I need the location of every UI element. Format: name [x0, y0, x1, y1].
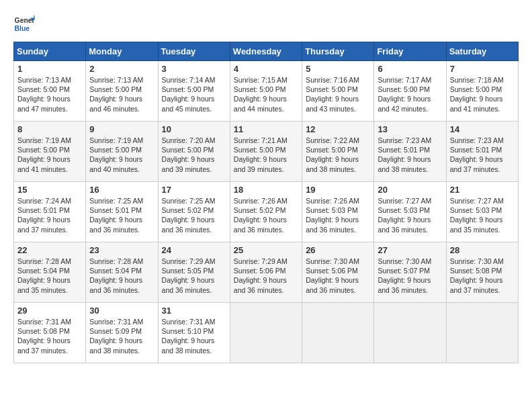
calendar-cell — [230, 303, 302, 363]
day-info: Sunrise: 7:31 AMSunset: 5:10 PMDaylight:… — [162, 317, 226, 355]
calendar-cell: 6Sunrise: 7:17 AMSunset: 5:00 PMDaylight… — [374, 61, 446, 122]
calendar-cell: 7Sunrise: 7:18 AMSunset: 5:00 PMDaylight… — [446, 61, 518, 122]
day-info: Sunrise: 7:30 AMSunset: 5:06 PMDaylight:… — [306, 257, 370, 295]
day-info: Sunrise: 7:15 AMSunset: 5:00 PMDaylight:… — [234, 75, 298, 113]
calendar-week-3: 15Sunrise: 7:24 AMSunset: 5:01 PMDayligh… — [14, 182, 519, 242]
day-info: Sunrise: 7:13 AMSunset: 5:00 PMDaylight:… — [17, 75, 82, 113]
calendar-cell: 12Sunrise: 7:22 AMSunset: 5:00 PMDayligh… — [302, 122, 374, 182]
day-info: Sunrise: 7:27 AMSunset: 5:03 PMDaylight:… — [450, 196, 515, 234]
calendar-cell: 11Sunrise: 7:21 AMSunset: 5:00 PMDayligh… — [230, 122, 302, 182]
day-number: 28 — [450, 245, 515, 255]
day-number: 5 — [306, 64, 370, 74]
calendar-cell: 26Sunrise: 7:30 AMSunset: 5:06 PMDayligh… — [302, 242, 374, 303]
calendar-cell: 13Sunrise: 7:23 AMSunset: 5:01 PMDayligh… — [374, 122, 446, 182]
calendar-cell — [302, 303, 374, 363]
calendar-cell: 5Sunrise: 7:16 AMSunset: 5:00 PMDaylight… — [302, 61, 374, 122]
calendar-cell: 23Sunrise: 7:28 AMSunset: 5:04 PMDayligh… — [86, 242, 158, 303]
day-info: Sunrise: 7:31 AMSunset: 5:09 PMDaylight:… — [89, 317, 154, 355]
day-number: 1 — [17, 64, 82, 74]
day-info: Sunrise: 7:30 AMSunset: 5:08 PMDaylight:… — [450, 257, 515, 295]
calendar-cell: 19Sunrise: 7:26 AMSunset: 5:03 PMDayligh… — [302, 182, 374, 242]
day-info: Sunrise: 7:17 AMSunset: 5:00 PMDaylight:… — [378, 75, 442, 113]
day-number: 31 — [162, 306, 226, 316]
day-info: Sunrise: 7:29 AMSunset: 5:06 PMDaylight:… — [234, 257, 298, 295]
day-number: 4 — [234, 64, 298, 74]
day-number: 24 — [162, 245, 226, 255]
header-saturday: Saturday — [446, 42, 518, 61]
day-number: 20 — [378, 185, 442, 195]
calendar-cell: 4Sunrise: 7:15 AMSunset: 5:00 PMDaylight… — [230, 61, 302, 122]
day-number: 2 — [89, 64, 154, 74]
day-info: Sunrise: 7:24 AMSunset: 5:01 PMDaylight:… — [17, 196, 82, 234]
day-info: Sunrise: 7:20 AMSunset: 5:00 PMDaylight:… — [162, 136, 226, 174]
calendar-table: SundayMondayTuesdayWednesdayThursdayFrid… — [13, 42, 519, 363]
header-monday: Monday — [86, 42, 158, 61]
day-number: 8 — [17, 124, 82, 134]
day-number: 17 — [162, 185, 226, 195]
day-info: Sunrise: 7:23 AMSunset: 5:01 PMDaylight:… — [378, 136, 442, 174]
day-info: Sunrise: 7:28 AMSunset: 5:04 PMDaylight:… — [17, 257, 82, 295]
day-number: 25 — [234, 245, 298, 255]
day-number: 14 — [450, 124, 515, 134]
day-number: 18 — [234, 185, 298, 195]
day-number: 12 — [306, 124, 370, 134]
header-friday: Friday — [374, 42, 446, 61]
calendar-cell: 10Sunrise: 7:20 AMSunset: 5:00 PMDayligh… — [158, 122, 230, 182]
day-number: 10 — [162, 124, 226, 134]
day-info: Sunrise: 7:31 AMSunset: 5:08 PMDaylight:… — [17, 317, 82, 355]
calendar-cell: 28Sunrise: 7:30 AMSunset: 5:08 PMDayligh… — [446, 242, 518, 303]
calendar-cell: 8Sunrise: 7:19 AMSunset: 5:00 PMDaylight… — [14, 122, 86, 182]
calendar-cell: 1Sunrise: 7:13 AMSunset: 5:00 PMDaylight… — [14, 61, 86, 122]
day-number: 7 — [450, 64, 515, 74]
day-info: Sunrise: 7:19 AMSunset: 5:00 PMDaylight:… — [89, 136, 154, 174]
calendar-cell — [446, 303, 518, 363]
day-number: 23 — [89, 245, 154, 255]
header-thursday: Thursday — [302, 42, 374, 61]
day-info: Sunrise: 7:28 AMSunset: 5:04 PMDaylight:… — [89, 257, 154, 295]
page-header: General Blue — [13, 13, 519, 35]
calendar-week-2: 8Sunrise: 7:19 AMSunset: 5:00 PMDaylight… — [14, 122, 519, 182]
day-number: 13 — [378, 124, 442, 134]
day-info: Sunrise: 7:29 AMSunset: 5:05 PMDaylight:… — [162, 257, 226, 295]
calendar-cell: 25Sunrise: 7:29 AMSunset: 5:06 PMDayligh… — [230, 242, 302, 303]
header-tuesday: Tuesday — [158, 42, 230, 61]
day-number: 3 — [162, 64, 226, 74]
day-info: Sunrise: 7:27 AMSunset: 5:03 PMDaylight:… — [378, 196, 442, 234]
day-info: Sunrise: 7:26 AMSunset: 5:03 PMDaylight:… — [306, 196, 370, 234]
calendar-cell: 9Sunrise: 7:19 AMSunset: 5:00 PMDaylight… — [86, 122, 158, 182]
day-number: 29 — [17, 306, 82, 316]
calendar-cell: 31Sunrise: 7:31 AMSunset: 5:10 PMDayligh… — [158, 303, 230, 363]
svg-text:Blue: Blue — [15, 25, 30, 32]
day-number: 6 — [378, 64, 442, 74]
calendar-cell: 27Sunrise: 7:30 AMSunset: 5:07 PMDayligh… — [374, 242, 446, 303]
logo-icon: General Blue — [13, 13, 35, 35]
day-number: 9 — [89, 124, 154, 134]
calendar-cell: 3Sunrise: 7:14 AMSunset: 5:00 PMDaylight… — [158, 61, 230, 122]
day-info: Sunrise: 7:14 AMSunset: 5:00 PMDaylight:… — [162, 75, 226, 113]
day-number: 21 — [450, 185, 515, 195]
header-wednesday: Wednesday — [230, 42, 302, 61]
day-info: Sunrise: 7:13 AMSunset: 5:00 PMDaylight:… — [89, 75, 154, 113]
calendar-cell: 29Sunrise: 7:31 AMSunset: 5:08 PMDayligh… — [14, 303, 86, 363]
day-info: Sunrise: 7:16 AMSunset: 5:00 PMDaylight:… — [306, 75, 370, 113]
calendar-header-row: SundayMondayTuesdayWednesdayThursdayFrid… — [14, 42, 519, 61]
day-info: Sunrise: 7:22 AMSunset: 5:00 PMDaylight:… — [306, 136, 370, 174]
calendar-cell: 22Sunrise: 7:28 AMSunset: 5:04 PMDayligh… — [14, 242, 86, 303]
day-number: 16 — [89, 185, 154, 195]
day-number: 19 — [306, 185, 370, 195]
day-info: Sunrise: 7:30 AMSunset: 5:07 PMDaylight:… — [378, 257, 442, 295]
calendar-cell: 30Sunrise: 7:31 AMSunset: 5:09 PMDayligh… — [86, 303, 158, 363]
calendar-week-4: 22Sunrise: 7:28 AMSunset: 5:04 PMDayligh… — [14, 242, 519, 303]
calendar-cell: 2Sunrise: 7:13 AMSunset: 5:00 PMDaylight… — [86, 61, 158, 122]
calendar-cell: 15Sunrise: 7:24 AMSunset: 5:01 PMDayligh… — [14, 182, 86, 242]
header-sunday: Sunday — [14, 42, 86, 61]
logo: General Blue — [13, 13, 35, 35]
calendar-week-1: 1Sunrise: 7:13 AMSunset: 5:00 PMDaylight… — [14, 61, 519, 122]
day-number: 30 — [89, 306, 154, 316]
day-number: 27 — [378, 245, 442, 255]
day-info: Sunrise: 7:23 AMSunset: 5:01 PMDaylight:… — [450, 136, 515, 174]
calendar-cell: 21Sunrise: 7:27 AMSunset: 5:03 PMDayligh… — [446, 182, 518, 242]
calendar-week-5: 29Sunrise: 7:31 AMSunset: 5:08 PMDayligh… — [14, 303, 519, 363]
calendar-cell: 16Sunrise: 7:25 AMSunset: 5:01 PMDayligh… — [86, 182, 158, 242]
calendar-cell: 18Sunrise: 7:26 AMSunset: 5:02 PMDayligh… — [230, 182, 302, 242]
